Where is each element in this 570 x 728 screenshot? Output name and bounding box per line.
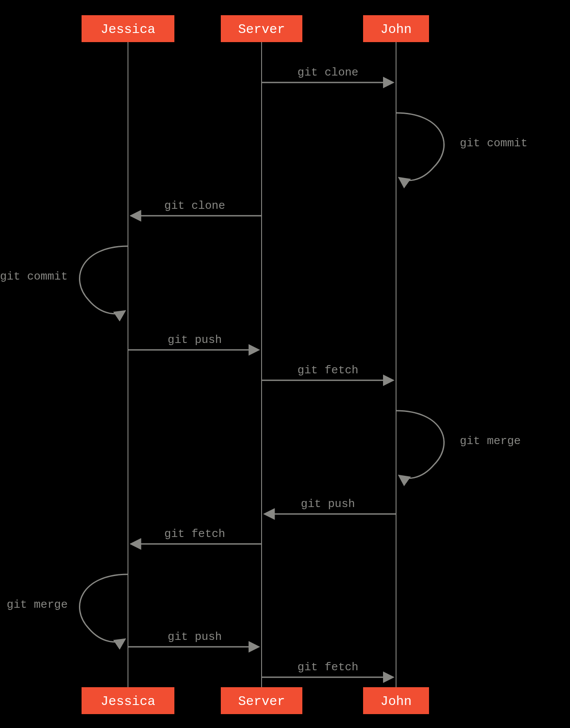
- msg-label: git push: [301, 497, 355, 511]
- msg-git-commit-john: git commit: [396, 113, 527, 181]
- msg-label: git commit: [0, 270, 68, 283]
- msg-label: git fetch: [298, 661, 358, 674]
- msg-git-push-john-server: git push: [265, 497, 396, 514]
- msg-git-clone-server-jessica: git clone: [131, 199, 262, 216]
- msg-label: git clone: [298, 66, 358, 79]
- actor-server-top: Server: [221, 15, 302, 42]
- actor-server-bottom: Server: [221, 687, 302, 714]
- actor-john-bottom-label: John: [380, 694, 412, 709]
- msg-git-push-jessica-server-2: git push: [128, 630, 258, 647]
- msg-label: git push: [168, 630, 222, 643]
- actor-server-top-label: Server: [238, 22, 285, 37]
- actor-jessica-bottom: Jessica: [82, 687, 174, 714]
- msg-label: git fetch: [298, 364, 358, 377]
- actor-john-top-label: John: [380, 22, 412, 37]
- actor-server-bottom-label: Server: [238, 694, 285, 709]
- msg-git-clone-server-john: git clone: [262, 66, 393, 82]
- actor-john-bottom: John: [363, 687, 429, 714]
- msg-git-push-jessica-server-1: git push: [128, 333, 258, 350]
- msg-label: git fetch: [164, 527, 225, 540]
- msg-label: git push: [168, 333, 222, 346]
- msg-label: git merge: [460, 435, 521, 448]
- actor-jessica-bottom-label: Jessica: [101, 694, 155, 709]
- msg-git-commit-jessica: git commit: [0, 246, 128, 314]
- actor-jessica-top: Jessica: [82, 15, 174, 42]
- msg-label: git clone: [164, 199, 225, 212]
- msg-git-fetch-server-john-1: git fetch: [262, 364, 393, 380]
- actor-john-top: John: [363, 15, 429, 42]
- msg-git-merge-jessica: git merge: [7, 574, 128, 642]
- sequence-diagram: Jessica Server John Jessica Server John …: [0, 0, 570, 728]
- msg-git-fetch-server-john-2: git fetch: [262, 661, 393, 677]
- msg-label: git commit: [460, 137, 527, 150]
- actor-jessica-top-label: Jessica: [101, 22, 155, 37]
- msg-git-fetch-server-jessica: git fetch: [131, 527, 262, 544]
- msg-git-merge-john: git merge: [396, 411, 521, 478]
- msg-label: git merge: [7, 598, 68, 611]
